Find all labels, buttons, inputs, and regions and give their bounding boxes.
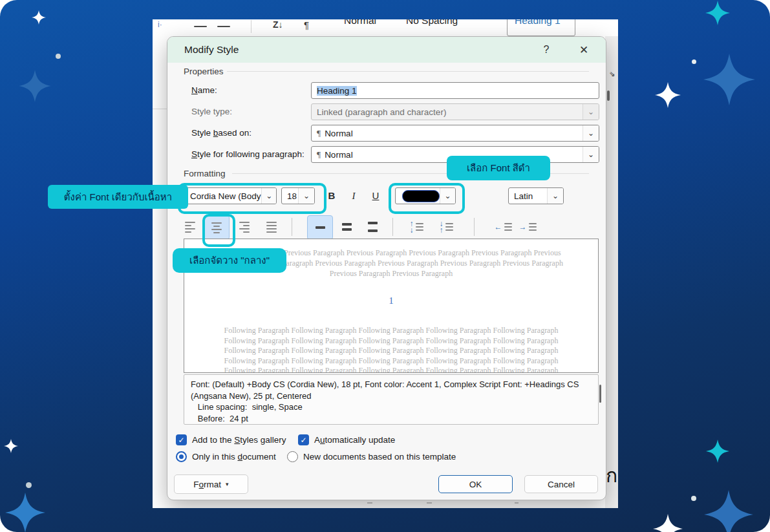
underline-button[interactable]: U (367, 187, 385, 204)
style-description: Font: (Default) +Body CS (Cordia New), 1… (184, 374, 599, 425)
close-button[interactable]: ✕ (571, 40, 597, 59)
toolbar-divider (474, 218, 475, 236)
double-spacing-button[interactable] (360, 215, 385, 239)
chevron-down-icon[interactable]: ⌄ (547, 188, 563, 204)
pilcrow-icon: ¶ (317, 149, 321, 160)
radio-unselected-icon[interactable] (287, 451, 298, 462)
checkbox-checked-icon[interactable]: ✓ (298, 434, 309, 445)
sort-icon[interactable]: Z↓ (273, 19, 283, 30)
section-divider (227, 71, 589, 72)
font-size-dropdown[interactable]: 18 ⌄ (281, 187, 315, 204)
font-color-dropdown[interactable]: ⌄ (395, 187, 456, 204)
increase-spacing-button[interactable]: ↑↓ (404, 215, 429, 239)
preview-sample-text: 1 (184, 295, 598, 306)
pilcrow-icon[interactable]: ¶ (304, 19, 309, 30)
ruler-tick (427, 502, 432, 504)
star-icon (704, 490, 753, 532)
font-name-dropdown[interactable]: Cordia New (Body C ⌄ (184, 187, 277, 204)
dot-icon (26, 482, 32, 488)
help-button[interactable]: ? (533, 40, 559, 59)
document-text-fragment: ก (606, 460, 617, 491)
star-icon (4, 439, 18, 453)
style-gallery-normal[interactable]: Normal (344, 19, 376, 27)
align-right-button[interactable] (232, 215, 257, 239)
style-based-on-label: Style based on: (191, 128, 251, 138)
cancel-button[interactable]: Cancel (524, 475, 598, 493)
dialog-launcher-icon[interactable]: ⇘ (609, 70, 615, 78)
format-button[interactable]: Format ▾ (174, 474, 248, 494)
star-icon (19, 70, 51, 102)
checkbox-checked-icon[interactable]: ✓ (176, 434, 187, 445)
decrease-spacing-button[interactable]: ↓↑ (434, 215, 458, 239)
star-icon (5, 493, 45, 532)
increase-indent-button[interactable]: → (515, 215, 540, 239)
chevron-down-icon[interactable]: ⌄ (583, 147, 599, 162)
chevron-down-icon[interactable]: ⌄ (261, 188, 276, 204)
single-spacing-button[interactable] (307, 215, 333, 240)
only-in-document-label: Only in this document (192, 452, 276, 462)
name-input[interactable]: Heading 1 (311, 82, 599, 99)
style-gallery-no-spacing[interactable]: No Spacing (406, 19, 458, 27)
ruler-tick (515, 502, 519, 504)
dot-icon (692, 59, 696, 64)
ribbon-fragment-icon: i· (158, 20, 162, 29)
chevron-down-icon[interactable]: ⌄ (298, 188, 314, 204)
style-following-label: Style for following paragraph: (191, 149, 305, 159)
page: i· Z↓ ¶ Normal No Spacing Heading 1 ⇘ . … (0, 0, 770, 532)
black-color-swatch (402, 190, 440, 202)
script-dropdown[interactable]: Latin ⌄ (508, 187, 564, 204)
ribbon-divider (251, 20, 251, 33)
dialog-title: Modify Style (184, 44, 239, 56)
toolbar-divider (392, 218, 393, 236)
italic-button[interactable]: I (345, 187, 363, 204)
new-documents-radio[interactable]: New documents based on this template (287, 451, 456, 462)
toolbar-divider (292, 218, 292, 236)
auto-update-checkbox[interactable]: ✓ Automatically update (298, 434, 395, 445)
properties-section-label: Properties (184, 67, 224, 76)
auto-update-label: Automatically update (314, 435, 395, 445)
window-edge-strip (605, 36, 618, 508)
color-callout: เลือก Font สีดำ (447, 156, 550, 180)
chevron-down-icon[interactable]: ⌄ (583, 125, 599, 141)
style-based-on-dropdown[interactable]: ¶ Normal ⌄ (311, 125, 599, 142)
border-fragment-icon (194, 26, 207, 27)
star-icon (655, 82, 681, 108)
dialog-titlebar: Modify Style ? ✕ (167, 37, 606, 63)
dot-icon (56, 54, 61, 59)
star-icon (705, 1, 730, 25)
dot-icon (691, 496, 696, 501)
one-half-spacing-button[interactable] (334, 215, 359, 239)
formatting-section-label: Formatting (184, 169, 226, 178)
dropdown-caret-icon: ▾ (226, 481, 229, 487)
ribbon-bottom-line (153, 109, 167, 109)
style-gallery-heading1[interactable]: Heading 1 (515, 19, 561, 27)
star-icon (706, 440, 729, 463)
ruler-tick (367, 502, 372, 504)
radio-selected-icon[interactable] (176, 451, 187, 462)
border-fragment-icon (217, 26, 230, 27)
pilcrow-icon: ¶ (317, 128, 321, 138)
chevron-down-icon: ⌄ (583, 104, 599, 120)
decrease-indent-button[interactable]: ← (491, 215, 515, 239)
align-justify-button[interactable] (259, 215, 284, 239)
add-to-gallery-label: Add to the Styles gallery (192, 435, 286, 445)
chevron-down-icon[interactable]: ⌄ (440, 188, 455, 204)
scrollbar-fragment[interactable] (607, 90, 610, 101)
align-center-button[interactable] (204, 215, 230, 240)
style-type-label: Style type: (191, 107, 232, 116)
only-in-document-radio[interactable]: Only in this document (176, 451, 276, 462)
add-to-gallery-checkbox[interactable]: ✓ Add to the Styles gallery (176, 434, 286, 445)
description-scrollbar[interactable] (599, 385, 601, 403)
preview-following: Following Paragraph Following Paragraph … (201, 326, 582, 373)
new-documents-label: New documents based on this template (303, 452, 456, 462)
bold-button[interactable]: B (323, 187, 341, 204)
star-icon (32, 10, 46, 25)
style-type-dropdown: Linked (paragraph and character) ⌄ (311, 103, 599, 120)
align-callout: เลือกจัดวาง "กลาง" (173, 248, 286, 273)
star-icon (703, 54, 755, 105)
ok-button[interactable]: OK (438, 475, 513, 493)
font-callout: ตั้งค่า Font เดียวกับเนื้อหา (48, 185, 188, 209)
name-label: Name: (191, 85, 217, 95)
star-icon (653, 514, 683, 532)
align-left-button[interactable] (178, 215, 202, 239)
